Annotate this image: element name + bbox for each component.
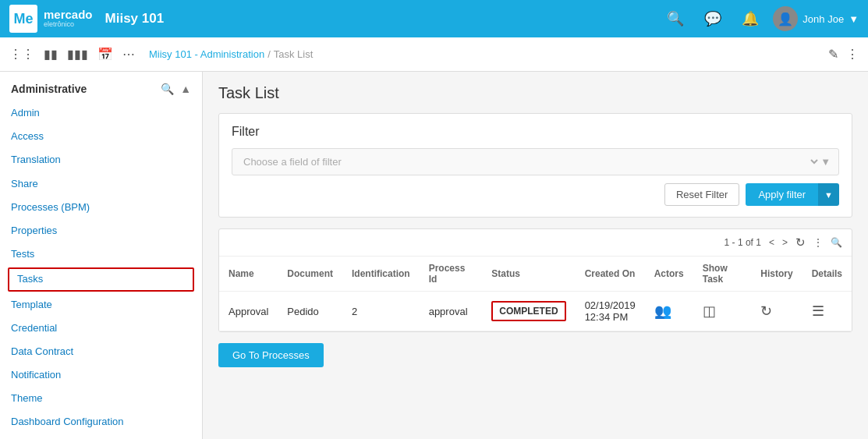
breadcrumb-current: Task List [274, 48, 314, 60]
col-actors: Actors [645, 257, 693, 292]
page-title: Task List [218, 84, 852, 102]
table-body: Approval Pedido 2 approval COMPLETED 02/… [219, 292, 852, 331]
sidebar-item-document-types[interactable]: Document Types [0, 434, 202, 439]
sidebar-item-theme[interactable]: Theme [0, 387, 202, 410]
logo-text: mercado eletrônico [44, 9, 93, 29]
col-history: History [751, 257, 802, 292]
filter-card: Filter Choose a field of filter ▼ Reset … [218, 113, 852, 218]
more-options-icon[interactable]: ⋮ [813, 237, 823, 248]
sidebar-item-dashboard-config[interactable]: Dashboard Configuration [0, 410, 202, 434]
sidebar-item-processes-bpm[interactable]: Processes (BPM) [0, 196, 202, 219]
pagination-info: 1 - 1 of 1 [725, 237, 761, 248]
more-views-icon[interactable]: ⋯ [122, 47, 135, 62]
sidebar-item-template[interactable]: Template [0, 293, 202, 317]
col-name: Name [219, 257, 278, 292]
user-menu[interactable]: 👤 Jonh Joe ▼ [773, 6, 859, 31]
col-status: Status [482, 257, 575, 292]
status-badge: COMPLETED [491, 301, 565, 321]
cell-process-id: approval [420, 292, 483, 331]
grid-view-icon[interactable]: ⋮⋮ [9, 47, 34, 62]
cell-status: COMPLETED [482, 292, 575, 331]
second-navigation: ⋮⋮ ▮▮ ▮▮▮ 📅 ⋯ Miisy 101 - Administration… [0, 37, 868, 72]
col-identification: Identification [342, 257, 420, 292]
list-view-icon[interactable]: ▮▮ [44, 47, 58, 62]
edit-icon[interactable]: ✎ [828, 47, 838, 62]
apply-filter-group: Apply filter ▼ [746, 183, 839, 206]
breadcrumb-separator: / [267, 48, 271, 60]
user-dropdown-icon: ▼ [849, 13, 859, 25]
columns-view-icon[interactable]: ▮▮▮ [67, 47, 88, 62]
top-navigation: Me mercado eletrônico Miisy 101 🔍 💬 🔔 👤 … [0, 0, 868, 37]
sidebar-item-data-contract[interactable]: Data Contract [0, 340, 202, 363]
chat-icon[interactable]: 💬 [698, 7, 728, 30]
sidebar-item-tasks[interactable]: Tasks [8, 267, 194, 291]
app-name: Miisy 101 [105, 11, 165, 27]
sidebar-item-credential[interactable]: Credential [0, 317, 202, 340]
breadcrumb-root[interactable]: Miisy 101 - Administration [149, 48, 264, 60]
sidebar-header: Administrative 🔍 ▲ [0, 80, 202, 101]
bell-icon[interactable]: 🔔 [735, 7, 765, 30]
sidebar-item-properties[interactable]: Properties [0, 219, 202, 243]
pagination-prev-icon[interactable]: < [769, 237, 774, 248]
apply-filter-dropdown-button[interactable]: ▼ [818, 183, 839, 206]
search-icon[interactable]: 🔍 [661, 7, 690, 30]
sidebar-title: Administrative [11, 83, 87, 95]
filter-field-select[interactable]: Choose a field of filter [240, 155, 820, 168]
cell-created-on: 02/19/201912:34 PM [576, 292, 645, 331]
calendar-view-icon[interactable]: 📅 [97, 47, 113, 62]
apply-filter-button[interactable]: Apply filter [746, 183, 818, 206]
task-table: Name Document Identification Process Id … [219, 257, 852, 331]
table-search-icon[interactable]: 🔍 [831, 237, 842, 248]
sidebar-search-icon[interactable]: 🔍 [161, 83, 174, 95]
cell-actors[interactable]: 👥 [645, 292, 693, 331]
sidebar-collapse-icon[interactable]: ▲ [180, 83, 191, 95]
cell-identification: 2 [342, 292, 420, 331]
cell-show-task[interactable]: ◫ [693, 292, 752, 331]
sidebar-item-translation[interactable]: Translation [0, 148, 202, 172]
filter-select-arrow-icon: ▼ [820, 156, 831, 168]
logo-icon: Me [9, 5, 37, 33]
go-to-processes-button[interactable]: Go To Processes [218, 343, 324, 367]
avatar: 👤 [773, 6, 798, 31]
sidebar-item-notification[interactable]: Notification [0, 363, 202, 387]
pagination-next-icon[interactable]: > [782, 237, 788, 248]
task-table-card: 1 - 1 of 1 < > ↻ ⋮ 🔍 Name Document Ident… [218, 228, 852, 332]
sidebar-item-access[interactable]: Access [0, 125, 202, 148]
cell-document: Pedido [278, 292, 342, 331]
view-icons: ⋮⋮ ▮▮ ▮▮▮ 📅 ⋯ [9, 47, 135, 62]
sidebar-item-tests[interactable]: Tests [0, 243, 202, 266]
cell-history[interactable]: ↻ [751, 292, 802, 331]
options-icon[interactable]: ⋮ [846, 47, 859, 62]
table-topbar: 1 - 1 of 1 < > ↻ ⋮ 🔍 [219, 229, 852, 257]
cell-details[interactable]: ☰ [802, 292, 852, 331]
col-process-id: Process Id [420, 257, 483, 292]
table-header: Name Document Identification Process Id … [219, 257, 852, 292]
breadcrumb: Miisy 101 - Administration / Task List [149, 48, 313, 60]
sidebar: Administrative 🔍 ▲ Admin Access Translat… [0, 72, 203, 439]
filter-field-row: Choose a field of filter ▼ [232, 148, 839, 175]
filter-actions: Reset Filter Apply filter ▼ [232, 183, 839, 206]
reset-filter-button[interactable]: Reset Filter [664, 183, 739, 206]
col-show-task: Show Task [693, 257, 752, 292]
col-document: Document [278, 257, 342, 292]
main-content: Task List Filter Choose a field of filte… [203, 72, 868, 439]
layout: Administrative 🔍 ▲ Admin Access Translat… [0, 72, 868, 439]
col-created-on: Created On [576, 257, 645, 292]
col-details: Details [802, 257, 852, 292]
user-name: Jonh Joe [802, 13, 844, 25]
sidebar-item-admin[interactable]: Admin [0, 101, 202, 125]
topbar-actions: ✎ ⋮ [828, 47, 859, 62]
filter-title: Filter [232, 125, 839, 139]
cell-name: Approval [219, 292, 278, 331]
sidebar-item-share[interactable]: Share [0, 172, 202, 196]
logo[interactable]: Me mercado eletrônico [9, 5, 93, 33]
table-row: Approval Pedido 2 approval COMPLETED 02/… [219, 292, 852, 331]
refresh-icon[interactable]: ↻ [795, 235, 806, 250]
